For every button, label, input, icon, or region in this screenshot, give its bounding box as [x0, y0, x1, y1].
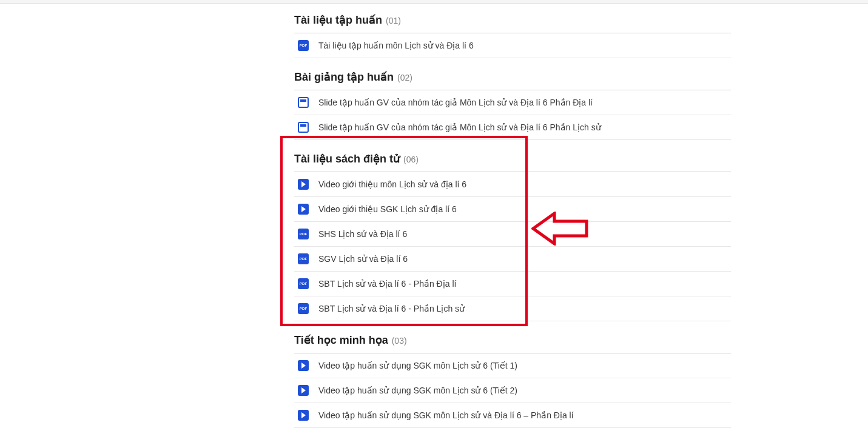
list-item[interactable]: Video giới thiệu SGK Lịch sử địa lí 6: [294, 197, 731, 222]
list-item[interactable]: PDF SBT Lịch sử và Địa lí 6 - Phần Địa l…: [294, 272, 731, 296]
item-label: Video giới thiệu SGK Lịch sử địa lí 6: [318, 204, 457, 214]
section-heading: Bài giảng tập huấn (02): [294, 65, 731, 90]
list-item[interactable]: PDF Tài liệu tập huấn môn Lịch sử và Địa…: [294, 33, 731, 58]
list-item[interactable]: PDF SGV Lịch sử và Địa lí 6: [294, 247, 731, 272]
section-title: Tài liệu sách điện tử: [294, 152, 400, 166]
section-count: (01): [386, 16, 401, 25]
item-label: SGV Lịch sử và Địa lí 6: [318, 254, 408, 264]
video-icon: [298, 360, 309, 371]
section-ebooks: Tài liệu sách điện tử (06) Video giới th…: [294, 147, 731, 321]
section-demo-lessons: Tiết học minh họa (03) Video tập huấn sử…: [294, 329, 731, 428]
section-count: (03): [392, 336, 407, 346]
item-label: SBT Lịch sử và Địa lí 6 - Phần Lịch sử: [318, 304, 465, 313]
section-count: (06): [403, 155, 419, 164]
section-heading: Tài liệu tập huấn (01): [294, 8, 731, 33]
list-item[interactable]: Video tập huấn sử dụng SGK môn Lịch sử 6…: [294, 353, 731, 378]
pdf-icon: PDF: [298, 303, 309, 314]
item-label: Video tập huấn sử dụng SGK môn Lịch sử 6…: [318, 386, 517, 395]
item-label: Video giới thiệu môn Lịch sử và địa lí 6: [318, 179, 466, 189]
item-label: SBT Lịch sử và Địa lí 6 - Phần Địa lí: [318, 279, 456, 289]
list-item[interactable]: Slide tập huấn GV của nhóm tác giả Môn L…: [294, 90, 731, 115]
item-label: Tài liệu tập huấn môn Lịch sử và Địa lí …: [318, 41, 474, 50]
section-count: (02): [397, 73, 412, 82]
section-title: Tiết học minh họa: [294, 333, 388, 347]
item-label: Slide tập huấn GV của nhóm tác giả Môn L…: [318, 98, 593, 107]
list-item[interactable]: Slide tập huấn GV của nhóm tác giả Môn L…: [294, 115, 731, 140]
window-chrome-hint: [0, 0, 868, 4]
item-label: Video tập huấn sử dụng SGK môn Lịch sử 6…: [318, 361, 517, 370]
list-item[interactable]: Video tập huấn sử dụng SGK môn Lịch sử 6…: [294, 378, 731, 403]
section-heading: Tiết học minh họa (03): [294, 329, 731, 353]
video-icon: [298, 410, 309, 421]
pdf-icon: PDF: [298, 253, 309, 264]
section-title: Tài liệu tập huấn: [294, 13, 382, 27]
section-lectures: Bài giảng tập huấn (02) Slide tập huấn G…: [294, 65, 731, 140]
list-item[interactable]: PDF SBT Lịch sử và Địa lí 6 - Phần Lịch …: [294, 296, 731, 321]
section-heading: Tài liệu sách điện tử (06): [294, 147, 731, 172]
pdf-icon: PDF: [298, 278, 309, 289]
main-content: Tài liệu tập huấn (01) PDF Tài liệu tập …: [294, 8, 731, 428]
item-label: Slide tập huấn GV của nhóm tác giả Môn L…: [318, 122, 601, 132]
list-item[interactable]: Video tập huấn sử dụng SGK môn Lịch sử v…: [294, 403, 731, 428]
list-item[interactable]: PDF SHS Lịch sử và Địa lí 6: [294, 222, 731, 247]
pdf-icon: PDF: [298, 40, 309, 51]
section-title: Bài giảng tập huấn: [294, 70, 394, 84]
presentation-icon: [298, 97, 309, 108]
list-item[interactable]: Video giới thiệu môn Lịch sử và địa lí 6: [294, 172, 731, 197]
pdf-icon: PDF: [298, 229, 309, 239]
item-label: SHS Lịch sử và Địa lí 6: [318, 229, 407, 239]
presentation-icon: [298, 122, 309, 133]
section-training-docs: Tài liệu tập huấn (01) PDF Tài liệu tập …: [294, 8, 731, 58]
item-label: Video tập huấn sử dụng SGK môn Lịch sử v…: [318, 410, 574, 420]
video-icon: [298, 204, 309, 215]
video-icon: [298, 385, 309, 396]
video-icon: [298, 179, 309, 190]
